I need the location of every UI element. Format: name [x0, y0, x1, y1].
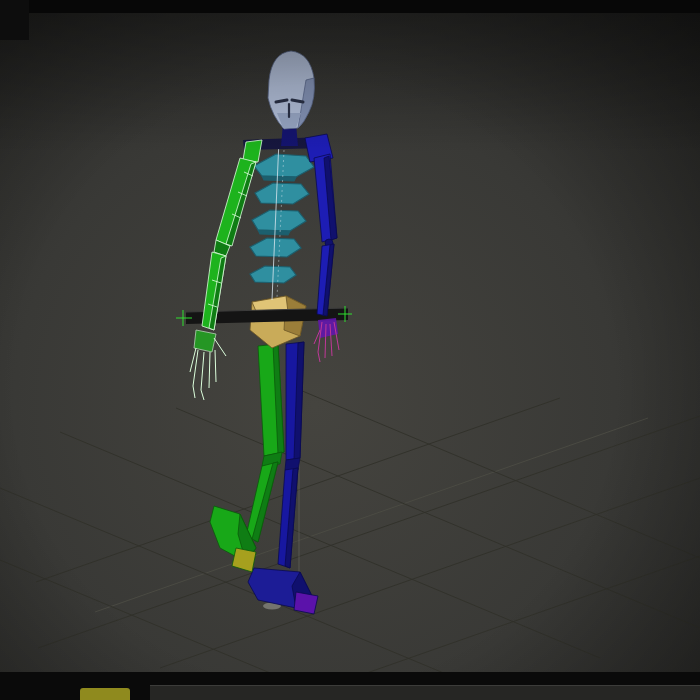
bottom-status-bar	[0, 672, 700, 700]
top-left-panel-corner	[0, 0, 29, 40]
viewport-background	[0, 0, 700, 700]
status-chip[interactable]	[80, 688, 130, 700]
app-window	[0, 0, 700, 700]
top-toolbar	[0, 0, 700, 13]
timeline-strip[interactable]	[150, 685, 700, 700]
viewport-canvas[interactable]	[0, 0, 700, 700]
